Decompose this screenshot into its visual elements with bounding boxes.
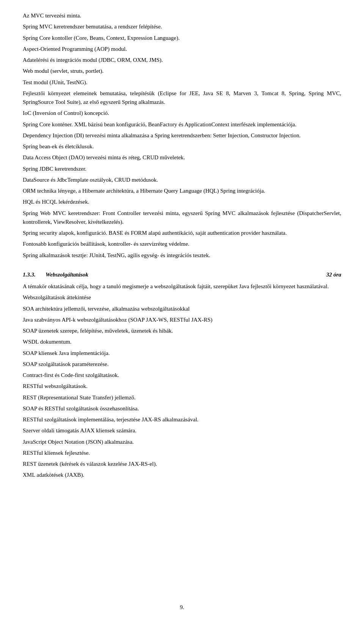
list-item-11: RESTful szolgáltatások implementálása, t… [23,415,341,424]
section-intro-text: A témakör oktatásának célja, hogy a tanu… [23,283,329,289]
page: Az MVC tervezési minta. Spring MVC keret… [0,0,364,622]
list-item-1-text: SOA architektúra jellemzői, tervezése, a… [23,306,190,312]
section-hours: 32 óra [326,270,341,279]
list-item-15-text: REST üzenetek (kérések és válaszok kezel… [23,461,157,467]
list-item-15: REST üzenetek (kérések és válaszok kezel… [23,460,341,468]
para-3: Spring Core kontoller (Core, Beans, Cont… [23,34,341,42]
section-number: 1.3.3. [23,272,36,278]
list-item-5: SOAP kliensek Java implementációja. [23,349,341,358]
para-10: Spring Core konténer. XML bázisú bean ko… [23,120,341,129]
para-7: Test modul (JUnit, TestNG). [23,78,341,87]
list-item-14-text: RESTful kliensek fejlesztése. [23,450,90,456]
para-14-text: Spring JDBC keretrendszer. [23,166,86,172]
para-9: IoC (Inversion of Control) koncepció. [23,109,341,118]
para-15: DataSource és JdbcTemplate osztályok, CR… [23,176,341,184]
para-21: Spring alkalmazások tesztje: JUnit4, Tes… [23,251,341,260]
list-item-8-text: RESTful webszolgáltatások. [23,383,88,389]
para-18: Spring Web MVC keretrendszer: Front Cont… [23,209,341,227]
para-5: Adatelérési és integrációs modul (JDBC, … [23,56,341,64]
para-4-text: Aspect-Oriented Programming (AOP) modul. [23,46,127,52]
para-9-text: IoC (Inversion of Control) koncepció. [23,110,109,116]
para-16-text: ORM technika lényege, a Hibernate archit… [23,188,265,194]
para-19-text: Spring security alapok, konfiguráció. BA… [23,230,287,236]
para-2-text: Spring MVC keretrendszer bemutatása, a r… [23,24,162,30]
para-4: Aspect-Oriented Programming (AOP) modul. [23,45,341,53]
para-13: Data Access Object (DAO) tervezési minta… [23,153,341,162]
section-number-space [37,272,44,278]
list-item-7: Contract-first és Code-first szolgáltatá… [23,371,341,380]
list-item-13-text: JavaScript Object Notation (JSON) alkalm… [23,439,134,445]
para-8-text: Fejlesztői környezet elemeinek bemutatás… [23,90,341,105]
para-19: Spring security alapok, konfiguráció. BA… [23,229,341,237]
para-17-text: HQL és HCQL lekérdezések. [23,199,89,205]
list-item-16-text: XML adatkötések (JAXB). [23,472,84,478]
list-item-11-text: RESTful szolgáltatások implementálása, t… [23,416,199,423]
page-number: 9. [0,604,364,611]
page-number-text: 9. [180,604,184,610]
para-8: Fejlesztői környezet elemeinek bemutatás… [23,89,341,107]
para-1: Az MVC tervezési minta. [23,11,341,20]
section-133-header: 1.3.3. Webszolgáltatások 32 óra [23,270,341,279]
list-item-13: JavaScript Object Notation (JSON) alkalm… [23,438,341,446]
para-12-text: Spring bean-ek és életciklusuk. [23,143,94,149]
list-item-0: Webszolgáltatások áttekintése [23,293,341,302]
list-item-2: Java szabványos API-k webszolgáltatásokh… [23,316,341,324]
main-content: Az MVC tervezési minta. Spring MVC keret… [23,11,341,480]
list-item-16: XML adatkötések (JAXB). [23,471,341,479]
list-item-7-text: Contract-first és Code-first szolgáltatá… [23,372,119,378]
section-title: Webszolgáltatások [46,272,88,278]
list-item-9: REST (Representational State Transfer) j… [23,393,341,402]
list-item-14: RESTful kliensek fejlesztése. [23,449,341,457]
list-item-5-text: SOAP kliensek Java implementációja. [23,350,110,356]
para-6: Web modul (servlet, struts, portlet). [23,67,341,75]
para-11-text: Dependency Injection (DI) tervezési mint… [23,132,301,138]
para-11: Dependency Injection (DI) tervezési mint… [23,131,341,140]
para-2: Spring MVC keretrendszer bemutatása, a r… [23,22,341,31]
list-item-10-text: SOAP és RESTful szolgáltatások összehaso… [23,405,139,412]
para-7-text: Test modul (JUnit, TestNG). [23,79,88,85]
para-16: ORM technika lényege, a Hibernate archit… [23,187,341,195]
section-items-list: Webszolgáltatások áttekintése SOA archit… [23,293,341,479]
list-item-12-text: Szerver oldali támogatás AJAX kliensek s… [23,427,136,434]
list-item-1: SOA architektúra jellemzői, tervezése, a… [23,305,341,313]
list-item-8: RESTful webszolgáltatások. [23,382,341,391]
section-intro: A témakör oktatásának célja, hogy a tanu… [23,282,341,291]
para-17: HQL és HCQL lekérdezések. [23,198,341,206]
section-133-number-title: 1.3.3. Webszolgáltatások [23,270,88,279]
para-5-text: Adatelérési és integrációs modul (JDBC, … [23,57,163,63]
para-20-text: Fontosabb konfigurációs beállítások, kon… [23,241,190,247]
para-1-text: Az MVC tervezési minta. [23,13,81,19]
list-item-4: WSDL dokumentum. [23,338,341,346]
list-item-6: SOAP szolgáltatások paraméterezése. [23,360,341,369]
para-18-text: Spring Web MVC keretrendszer: Front Cont… [23,210,341,225]
list-item-0-text: Webszolgáltatások áttekintése [23,294,91,300]
para-13-text: Data Access Object (DAO) tervezési minta… [23,154,185,160]
para-10-text: Spring Core konténer. XML bázisú bean ko… [23,121,297,127]
list-item-3: SOAP üzenetek szerepe, felépítése, művel… [23,327,341,335]
list-item-12: Szerver oldali támogatás AJAX kliensek s… [23,426,341,435]
list-item-9-text: REST (Representational State Transfer) j… [23,394,136,401]
list-item-6-text: SOAP szolgáltatások paraméterezése. [23,361,108,367]
para-12: Spring bean-ek és életciklusuk. [23,142,341,151]
para-21-text: Spring alkalmazások tesztje: JUnit4, Tes… [23,252,210,258]
para-15-text: DataSource és JdbcTemplate osztályok, CR… [23,177,158,183]
para-14: Spring JDBC keretrendszer. [23,165,341,173]
list-item-3-text: SOAP üzenetek szerepe, felépítése, művel… [23,328,173,334]
list-item-10: SOAP és RESTful szolgáltatások összehaso… [23,404,341,413]
list-item-2-text: Java szabványos API-k webszolgáltatásokh… [23,317,212,323]
para-6-text: Web modul (servlet, struts, portlet). [23,68,104,74]
para-20: Fontosabb konfigurációs beállítások, kon… [23,240,341,248]
para-3-text: Spring Core kontoller (Core, Beans, Cont… [23,35,180,41]
list-item-4-text: WSDL dokumentum. [23,339,72,345]
